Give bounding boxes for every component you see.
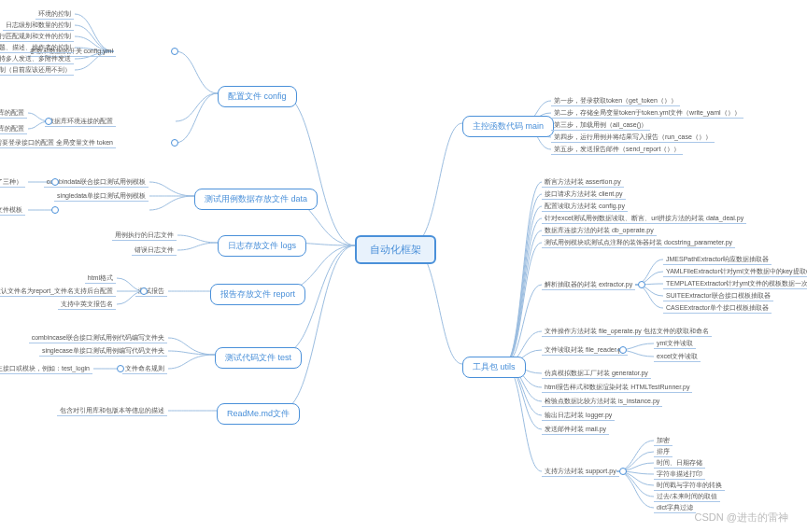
leaf: 接口请求方法封装 client.py	[542, 189, 626, 200]
leaf: 日志级别和数量的控制	[3, 21, 74, 31]
collapse-dot[interactable]	[51, 206, 59, 214]
leaf: html格式	[85, 273, 116, 284]
leaf: excel文件模板	[0, 205, 25, 216]
leaf: dict字典过滤	[654, 503, 696, 513]
leaf: 用例执行的日志文件	[112, 231, 177, 241]
branch-main[interactable]: 主控函数代码 main	[462, 116, 554, 137]
collapse-dot[interactable]	[117, 365, 124, 372]
leaf: redis数据库的配置	[0, 124, 27, 134]
leaf: 测试用例模块或测试点注释的装饰器封装 docstring_parameter.p…	[542, 238, 735, 248]
collapse-dot[interactable]	[45, 118, 52, 125]
leaf: 第二步，存储全局变量token于token.yml文件（write_yaml（）…	[551, 108, 743, 119]
leaf: 仿真模拟数据工厂封装 generator.py	[542, 369, 651, 379]
leaf: YAMLFileExtractor针对yml文件数据中的key提取value的抽…	[663, 267, 807, 277]
leaf: 错误日志文件	[132, 245, 177, 256]
leaf: 时间戳与字符串的转换	[654, 481, 725, 491]
leaf: 报告颗粒度、标题、描述、操作者的控制	[0, 43, 74, 53]
leaf: 包含对引用库和包版本等信息的描述	[57, 406, 167, 416]
leaf: 数据库环境连接的配置	[45, 117, 116, 127]
leaf: 发送邮件封装 mail.py	[542, 425, 609, 435]
branch-test[interactable]: 测试代码文件 test	[215, 347, 302, 369]
leaf: mysql数据库的配置	[0, 108, 27, 119]
leaf: TEMPLATEExtractor针对yml文件的模板数据一次性抽取器	[663, 279, 807, 289]
branch-readme[interactable]: ReadMe.md文件	[217, 403, 300, 425]
leaf: JMESPathExtractor响应数据抽取器	[663, 255, 772, 265]
leaf: 文件操作方法封装 file_operate.py 包括文件的获取和命名	[542, 327, 712, 337]
branch-report[interactable]: 报告存放文件 report	[210, 284, 305, 305]
leaf: singlecase单接口测试用例编写代码文件夹	[39, 346, 167, 357]
collapse-dot[interactable]	[171, 139, 178, 147]
collapse-dot[interactable]	[619, 468, 627, 475]
branch-config[interactable]: 配置文件 config	[218, 86, 297, 107]
leaf: 文件读取封装 file_reader.py	[542, 345, 628, 356]
leaf: yml文件模板（提供了三种）	[0, 177, 25, 188]
leaf: 第四步，运行用例并将结果写入报告（run_case（））	[551, 133, 715, 143]
root-node[interactable]: 自动化框架	[355, 235, 436, 264]
leaf: 第三步，加载用例（all_case()）	[551, 120, 650, 131]
branch-utils[interactable]: 工具包 utils	[462, 357, 526, 378]
leaf: 针对excel测试用例数据读取、断言、url拼接方法的封装 data_deal.…	[542, 214, 746, 224]
leaf: singledata单接口测试用例模板	[54, 191, 149, 202]
leaf: html报告样式和数据渲染封装 HTMLTestRunner.py	[542, 383, 692, 393]
branch-data[interactable]: 测试用例数据存放文件 data	[194, 189, 318, 210]
leaf: socket接口的控制（目前应该还用不到）	[0, 65, 74, 76]
leaf: 数据库连接方法的封装 db_operate.py	[542, 226, 657, 236]
leaf: 断言方法封装 assertion.py	[542, 177, 624, 188]
leaf: 过去/未来时间的取值	[654, 492, 720, 502]
leaf: 加密	[654, 436, 672, 446]
leaf: 第五步，发送报告邮件（send_report（））	[551, 145, 683, 155]
leaf: 支持中英文报告名	[58, 300, 116, 310]
watermark: CSDN @进击的雷神	[695, 511, 788, 525]
leaf: 第一步，登录获取token（get_token（））	[551, 96, 680, 106]
leaf: 检验点数据比较方法封装 is_instance.py	[542, 397, 662, 407]
leaf: 用例执行匹配规则和文件的控制	[0, 32, 74, 42]
leaf: 默认文件名为report_文件名支持后台配置	[0, 287, 116, 297]
collapse-dot[interactable]	[638, 281, 645, 288]
leaf: 字符串描述打印	[654, 469, 705, 480]
leaf: 输出日志封装 logger.py	[542, 411, 615, 421]
leaf: CASEExtractor单个接口模板抽取器	[663, 303, 772, 314]
leaf: excel文件读取	[654, 352, 701, 362]
collapse-dot[interactable]	[171, 48, 178, 55]
leaf: SUITEExtractor联合接口模板抽取器	[663, 291, 773, 301]
collapse-dot[interactable]	[51, 178, 59, 186]
leaf: 环境的控制	[35, 9, 74, 20]
leaf: 邮件发送的控制、支持多人发送、多附件发送	[0, 54, 74, 64]
leaf: yml文件读取	[654, 339, 696, 349]
collapse-dot[interactable]	[619, 346, 627, 354]
collapse-dot[interactable]	[140, 287, 148, 295]
leaf: 文件命名以test_开头后加主接口或模块，例如：test_login	[0, 364, 92, 374]
branch-logs[interactable]: 日志存放文件 logs	[218, 235, 306, 257]
leaf: 用于需要登录接口的配置 全局变量文件 token	[0, 138, 116, 148]
leaf: 文件命名规则	[122, 364, 167, 374]
leaf: combincase联合接口测试用例代码编写文件夹	[29, 333, 167, 343]
leaf: 配置读取方法封装 config.py	[542, 202, 628, 212]
leaf: combindata联合接口测试用例模板	[44, 177, 149, 188]
connector-lines	[0, 0, 807, 532]
leaf: 时间、日期存储	[654, 458, 705, 469]
leaf: 排序	[654, 447, 672, 457]
leaf: 解析抽取器的封装 extractor.py	[542, 280, 635, 290]
leaf: 支持方法封装 support.py	[542, 467, 619, 477]
